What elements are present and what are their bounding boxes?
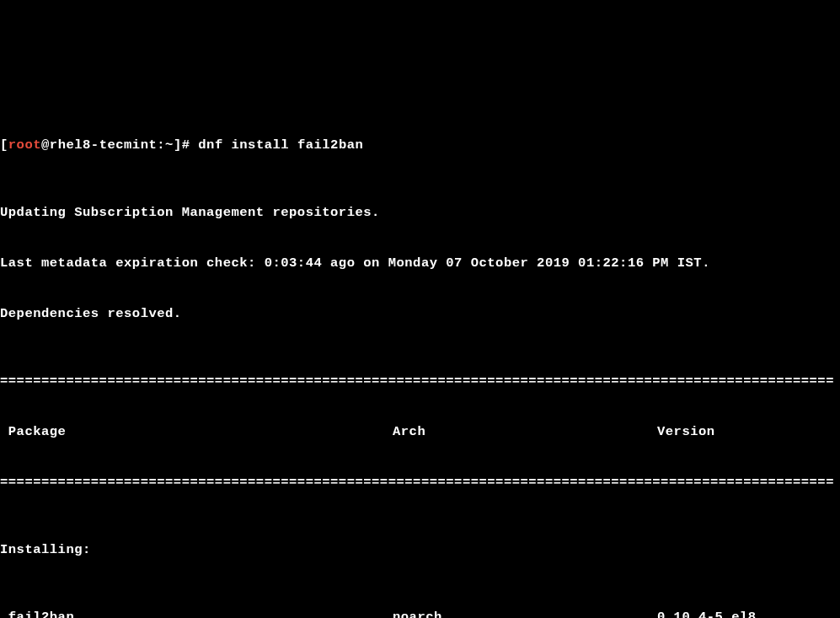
status-line: Dependencies resolved. [0, 305, 840, 322]
pkg-arch: noarch [393, 609, 657, 618]
bracket-close: ]# [174, 137, 190, 153]
col-package: Package [0, 423, 393, 440]
entered-command: dnf install fail2ban [190, 137, 363, 153]
prompt-user: root [8, 137, 41, 153]
section-installing: Installing: [0, 541, 840, 558]
prompt-at: @ [41, 137, 50, 153]
col-arch: Arch [393, 423, 657, 440]
rule-line: ========================================… [0, 373, 840, 390]
status-line: Updating Subscription Management reposit… [0, 204, 840, 221]
prompt-line[interactable]: [root@rhel8-tecmint:~]# dnf install fail… [0, 137, 840, 153]
pkg-version: 0.10.4-5.el8 [657, 609, 840, 618]
table-header: Package Arch Version [0, 423, 840, 440]
rule-line: ========================================… [0, 474, 840, 491]
pkg-name: fail2ban [0, 609, 393, 618]
table-row: fail2ban noarch 0.10.4-5.el8 [0, 609, 840, 618]
status-line: Last metadata expiration check: 0:03:44 … [0, 255, 840, 271]
prompt-host: rhel8-tecmint:~ [50, 137, 174, 153]
col-version: Version [657, 423, 840, 440]
terminal-output: [root@rhel8-tecmint:~]# dnf install fail… [0, 84, 840, 618]
bracket-open: [ [0, 137, 8, 153]
